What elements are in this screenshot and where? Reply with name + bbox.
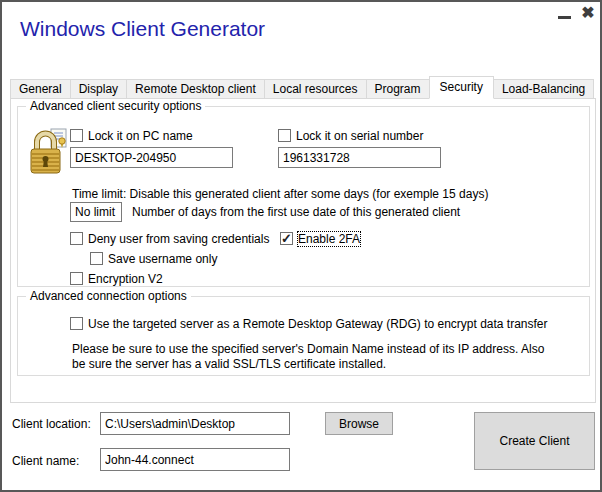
client-name-input[interactable] [100,448,290,471]
serial-number-input[interactable] [278,147,441,168]
client-location-label: Client location: [12,417,91,431]
tab-remote-desktop-client[interactable]: Remote Desktop client [126,79,265,99]
tab-bar: General Display Remote Desktop client Lo… [10,77,593,99]
minimize-button[interactable] [557,7,573,23]
checkbox-box [278,129,291,142]
save-username-only-checkbox[interactable]: Save username only [90,251,217,266]
time-limit-description: Time limit: Disable this generated clien… [72,187,488,201]
lock-serial-number-checkbox[interactable]: Lock it on serial number [278,128,423,143]
client-generator-window: Windows Client Generator ✖ General Displ… [0,0,602,492]
checkbox-label: Lock it on serial number [296,129,423,143]
checkbox-box [70,272,83,285]
group-title: Advanced connection options [26,289,191,303]
checkbox-box [70,317,83,330]
tab-program[interactable]: Program [366,79,430,99]
enable-2fa-checkbox[interactable]: Enable 2FA [280,231,360,246]
checkbox-label: Lock it on PC name [88,129,193,143]
tab-display[interactable]: Display [70,79,127,99]
checkbox-label: Save username only [108,252,217,266]
advanced-security-options-group: Advanced client security options [17,106,590,287]
time-limit-input[interactable] [70,202,122,222]
checkbox-label: Deny user from saving credentials [88,232,269,246]
tab-general[interactable]: General [10,79,71,99]
lock-pc-name-checkbox[interactable]: Lock it on PC name [70,128,193,143]
checkbox-box [280,232,293,245]
checkbox-label: Encryption V2 [88,272,163,286]
checkbox-label: Use the targeted server as a Remote Desk… [88,317,548,331]
client-location-input[interactable] [100,412,290,435]
security-tab-page: Advanced client security options [10,98,596,403]
checkbox-box [90,252,103,265]
checkbox-box [70,232,83,245]
create-client-button[interactable]: Create Client [474,412,595,470]
ssl-certificate-note: Please be sure to use the specified serv… [72,342,558,372]
pc-name-input[interactable] [70,147,233,168]
checkbox-label: Enable 2FA [298,232,360,246]
checkbox-box [70,129,83,142]
close-button[interactable]: ✖ [578,3,598,23]
tab-local-resources[interactable]: Local resources [264,79,367,99]
window-title: Windows Client Generator [20,17,265,41]
client-name-label: Client name: [12,454,79,468]
rdg-gateway-checkbox[interactable]: Use the targeted server as a Remote Desk… [70,316,548,331]
padlock-certificate-icon [30,127,68,177]
tab-load-balancing[interactable]: Load-Balancing [493,79,594,99]
advanced-connection-options-group: Advanced connection options Use the targ… [17,296,590,376]
browse-button[interactable]: Browse [325,412,393,435]
tab-security[interactable]: Security [429,76,494,99]
time-limit-hint: Number of days from the first use date o… [132,205,460,219]
deny-saving-credentials-checkbox[interactable]: Deny user from saving credentials [70,231,269,246]
encryption-v2-checkbox[interactable]: Encryption V2 [70,271,163,286]
group-title: Advanced client security options [26,99,205,113]
minimize-icon [558,16,571,19]
